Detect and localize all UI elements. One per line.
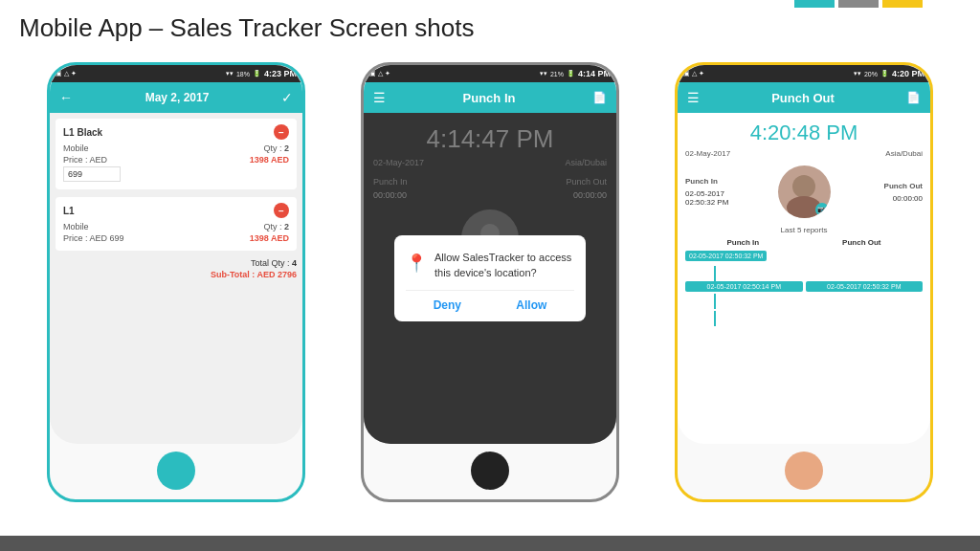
report-row-1: 02-05-2017 02:50:32 PM: [685, 251, 923, 263]
status2-time: 4:14 PM: [578, 69, 611, 78]
page-title: Mobile App – Sales Tracker Screen shots: [19, 13, 474, 43]
card2-title: L1: [63, 206, 75, 216]
battery-icon: 🔋: [253, 70, 261, 77]
phone-1-screen: ▣ △ ✦ ▾▾ 18% 🔋 4:23 PM ← May 2, 2017 ✓: [50, 65, 302, 444]
phone-3-home-button[interactable]: [785, 452, 823, 490]
phone-2-home-button[interactable]: [471, 452, 509, 490]
phone-1-header: ← May 2, 2017 ✓: [50, 82, 302, 113]
status-left-icons: ▣ △ ✦: [56, 70, 77, 77]
phone-1-content: L1 Black − Mobile Qty : 2 Price : AED 13…: [50, 113, 302, 444]
p3-punch-in-label: Punch In: [685, 177, 775, 186]
report2-out: 02-05-2017 02:50:32 PM: [806, 281, 924, 292]
phone-2-header: ☰ Punch In 📄: [364, 82, 616, 113]
header3-title: Punch Out: [771, 91, 835, 105]
price-input[interactable]: [63, 166, 121, 182]
reports-header: Punch In Punch Out: [685, 238, 923, 247]
phone-3-status-bar: ▣ △ ✦ ▾▾ 20% 🔋 4:20 PM: [678, 65, 930, 82]
top-tab-yellow: [882, 0, 923, 8]
product2-label: Mobile: [63, 222, 89, 231]
phone-2: ▣ △ ✦ ▾▾ 21% 🔋 4:14 PM ☰ Punch In 📄 4:14…: [361, 62, 619, 502]
report-connector-2: [714, 294, 923, 309]
price-label: Price : AED: [63, 155, 107, 165]
card1-title: L1 Black: [63, 127, 102, 138]
p3-punch-in-date: 02-05-2017: [685, 189, 775, 198]
top-tab-gray: [838, 0, 879, 8]
doc3-icon[interactable]: 📄: [906, 91, 921, 104]
phone-3-screen: ▣ △ ✦ ▾▾ 20% 🔋 4:20 PM ☰ Punch Out 📄 4:2…: [678, 65, 930, 444]
dialog-overlay: 📍 Allow SalesTracker to access this devi…: [364, 113, 616, 444]
p3-user-avatar: 📷: [778, 165, 831, 218]
p3-punch-out-time: 00:00:00: [833, 194, 923, 203]
camera-icon[interactable]: 📷: [815, 203, 829, 216]
allow-button[interactable]: Allow: [516, 298, 546, 312]
report-connector-3: [714, 311, 923, 326]
menu3-icon[interactable]: ☰: [687, 90, 700, 105]
phone-2-screen: ▣ △ ✦ ▾▾ 21% 🔋 4:14 PM ☰ Punch In 📄 4:14…: [364, 65, 616, 444]
header2-title: Punch In: [463, 91, 516, 105]
phone-1-home-button[interactable]: [157, 452, 195, 490]
product-card-2: L1 − Mobile Qty : 2 Price : AED 699 1398…: [56, 197, 297, 251]
reports-title: Last 5 reports: [685, 226, 923, 234]
battery2-icon: 🔋: [567, 70, 575, 77]
deny-button[interactable]: Deny: [434, 298, 461, 312]
phone-3-body: 4:20:48 PM 02-May-2017 Asia/Dubai Punch …: [678, 113, 930, 444]
location-icon: 📍: [406, 253, 427, 274]
phones-area: ▣ △ ✦ ▾▾ 18% 🔋 4:23 PM ← May 2, 2017 ✓: [0, 62, 980, 502]
phone-3-header: ☰ Punch Out 📄: [678, 82, 930, 113]
phone-2-status-bar: ▣ △ ✦ ▾▾ 21% 🔋 4:14 PM: [364, 65, 616, 82]
qty2-value: 2: [284, 222, 289, 231]
phone-1: ▣ △ ✦ ▾▾ 18% 🔋 4:23 PM ← May 2, 2017 ✓: [47, 62, 305, 502]
remove-item-2-button[interactable]: −: [274, 203, 289, 218]
p3-punch-out-label: Punch Out: [833, 182, 923, 190]
total-qty: Total Qty : 4: [56, 258, 297, 268]
product-label: Mobile: [63, 143, 89, 153]
phone-2-body: 4:14:47 PM 02-May-2017 Asia/Dubai Punch …: [364, 113, 616, 444]
report1-in: 02-05-2017 02:50:32 PM: [685, 251, 767, 261]
wifi-icon: ▾▾: [226, 70, 234, 77]
phone-1-status-bar: ▣ △ ✦ ▾▾ 18% 🔋 4:23 PM: [50, 65, 302, 82]
dialog-text: Allow SalesTracker to access this device…: [434, 251, 574, 280]
price2-value: 1398 AED: [250, 233, 289, 243]
bottom-bar: [0, 536, 980, 551]
signal2-strength: 21%: [550, 71, 564, 77]
signal-strength: 18%: [236, 71, 250, 77]
doc-icon[interactable]: 📄: [592, 91, 607, 104]
menu-icon[interactable]: ☰: [373, 90, 386, 105]
totals-area: Total Qty : 4 Sub-Total : AED 2796: [56, 258, 297, 279]
p3-punch-in-time: 02:50:32 PM: [685, 198, 775, 207]
punch-out-time-display: 4:20:48 PM: [685, 121, 923, 145]
remove-item-1-button[interactable]: −: [274, 124, 289, 140]
qty-value: 2: [284, 143, 289, 153]
status3-left-icons: ▣ △ ✦: [683, 70, 704, 77]
qty-label: Qty : 2: [263, 143, 289, 153]
location-dialog: 📍 Allow SalesTracker to access this devi…: [394, 235, 586, 321]
reports-out-header: Punch Out: [842, 238, 880, 247]
reports-in-header: Punch In: [726, 238, 759, 247]
signal3-strength: 20%: [864, 71, 878, 77]
qty2-label: Qty : 2: [263, 222, 289, 231]
report-row-2: 02-05-2017 02:50:14 PM 02-05-2017 02:50:…: [685, 281, 923, 292]
wifi3-icon: ▾▾: [854, 70, 861, 77]
product-card-1: L1 Black − Mobile Qty : 2 Price : AED 13…: [56, 119, 297, 189]
subtotal: Sub-Total : AED 2796: [56, 270, 297, 279]
header-title: May 2, 2017: [145, 91, 210, 104]
status3-time: 4:20 PM: [892, 69, 924, 78]
p3-timezone: Asia/Dubai: [885, 149, 923, 158]
check-icon[interactable]: ✓: [281, 90, 293, 105]
svg-point-2: [792, 175, 815, 198]
price2-label: Price : AED 699: [63, 233, 124, 243]
status2-left-icons: ▣ △ ✦: [369, 70, 390, 77]
report-connector-1: [714, 266, 923, 281]
phone-3: ▣ △ ✦ ▾▾ 20% 🔋 4:20 PM ☰ Punch Out 📄 4:2…: [675, 62, 933, 502]
report2-in: 02-05-2017 02:50:14 PM: [685, 281, 803, 292]
price-value: 1398 AED: [250, 155, 289, 165]
p3-date: 02-May-2017: [685, 149, 730, 158]
status-time: 4:23 PM: [264, 69, 297, 78]
battery3-icon: 🔋: [880, 70, 889, 77]
back-button[interactable]: ←: [59, 90, 73, 105]
top-tab-teal: [794, 0, 835, 8]
wifi2-icon: ▾▾: [540, 70, 547, 77]
